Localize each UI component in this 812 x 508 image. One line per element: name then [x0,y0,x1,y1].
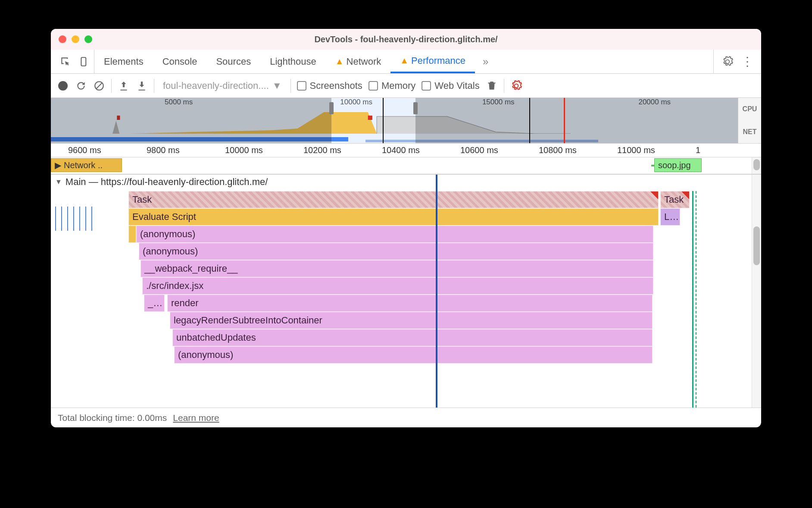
flame-item[interactable]: _… [144,295,165,312]
total-blocking-time: Total blocking time: 0.00ms [58,413,167,423]
flame-evaluate-script[interactable]: Evaluate Script [128,208,659,226]
flame-index-jsx[interactable]: ./src/index.jsx [142,277,653,295]
overview-dim [415,98,738,143]
svg-line-2 [97,83,102,88]
window-title: DevTools - foul-heavenly-direction.glitc… [51,34,761,44]
main-thread-header[interactable]: ▼ Main — https://foul-heavenly-direction… [51,175,761,189]
capture-settings-icon[interactable] [510,80,522,92]
delete-icon[interactable] [486,80,498,92]
flame-render[interactable]: render [167,295,653,312]
titlebar: DevTools - foul-heavenly-direction.glitc… [51,29,761,50]
main-scrollbar[interactable] [752,175,761,408]
overview-timeline[interactable]: 5000 ms 10000 ms 15000 ms 20000 ms [51,98,761,144]
warning-icon: ▲ [400,56,409,66]
close-window-button[interactable] [59,35,66,43]
network-track[interactable]: ▶ Network .. soop.jpg [51,157,761,174]
recording-select[interactable]: foul-heavenly-direction.... ▼ [160,80,284,91]
flame-task[interactable]: Task [660,191,690,208]
svg-rect-4 [368,116,372,120]
warning-icon: ▲ [335,56,344,66]
minimize-window-button[interactable] [72,35,79,43]
flame-unbatched[interactable]: unbatchedUpdates [172,329,653,346]
maximize-window-button[interactable] [84,35,92,43]
panel-tabs: Elements Console Sources Lighthouse ▲Net… [51,50,761,74]
recording-select-label: foul-heavenly-direction.... [163,80,269,91]
collapse-icon: ▼ [55,178,62,186]
overview-handle-right[interactable] [413,102,418,114]
tab-elements[interactable]: Elements [94,50,153,73]
flame-anonymous[interactable]: (anonymous) [136,226,653,243]
overview-tick: 10000 ms [340,98,372,107]
frame-ticks [55,191,92,230]
reload-button[interactable] [75,80,87,92]
flame-layout[interactable]: L… [660,208,680,226]
time-ruler[interactable]: 9600 ms 9800 ms 10000 ms 10200 ms 10400 … [51,144,761,157]
overview-cursor [383,98,384,143]
performance-content: 5000 ms 10000 ms 15000 ms 20000 ms [51,98,761,408]
svg-rect-0 [81,57,86,66]
tab-sources[interactable]: Sources [206,50,260,73]
window-controls [59,35,92,43]
flame-task[interactable]: Task [128,191,659,208]
clear-button[interactable] [93,80,105,92]
footer-bar: Total blocking time: 0.00ms Learn more [51,408,761,427]
overview-dim [51,98,331,143]
devtools-window: DevTools - foul-heavenly-direction.glitc… [51,29,761,427]
flame-item[interactable] [128,226,136,243]
flame-webpack-require[interactable]: __webpack_require__ [141,260,653,277]
flame-chart[interactable]: Task Task Evaluate Script L… (anonymous)… [51,191,752,408]
more-tabs-button[interactable]: » [475,56,496,68]
overview-marker-red [564,98,565,143]
flame-legacy-render[interactable]: legacyRenderSubtreeIntoContainer [170,312,653,329]
expand-icon: ▶ [55,160,61,170]
overview-handle-left[interactable] [329,102,334,114]
dropdown-icon: ▼ [272,80,282,91]
settings-icon[interactable] [721,56,734,68]
kebab-menu-icon[interactable]: ⋮ [741,56,753,68]
overview-side-labels: CPU NET [738,98,761,143]
playhead-cursor[interactable] [436,175,437,408]
device-mode-icon[interactable] [78,56,91,68]
tab-performance[interactable]: ▲Performance [390,50,475,73]
learn-more-link[interactable]: Learn more [173,413,219,423]
flame-anonymous[interactable]: (anonymous) [174,346,653,364]
inspect-element-icon[interactable] [59,56,72,68]
memory-checkbox[interactable]: Memory [369,80,415,91]
web-vitals-checkbox[interactable]: Web Vitals [422,80,479,91]
upload-icon[interactable] [118,80,130,92]
download-icon[interactable] [136,80,148,92]
overview-marker [529,98,530,143]
main-thread-track: ▼ Main — https://foul-heavenly-direction… [51,174,761,408]
network-request-item[interactable]: soop.jpg [654,158,702,172]
flame-anonymous[interactable]: (anonymous) [139,243,653,260]
network-scrollbar[interactable] [752,157,761,174]
tab-lighthouse[interactable]: Lighthouse [260,50,326,73]
screenshots-checkbox[interactable]: Screenshots [297,80,362,91]
performance-toolbar: foul-heavenly-direction.... ▼ Screenshot… [51,74,761,98]
record-button[interactable] [57,80,69,92]
tab-console[interactable]: Console [153,50,207,73]
tab-network[interactable]: ▲Network [326,50,390,73]
network-track-header[interactable]: ▶ Network .. [51,158,122,172]
